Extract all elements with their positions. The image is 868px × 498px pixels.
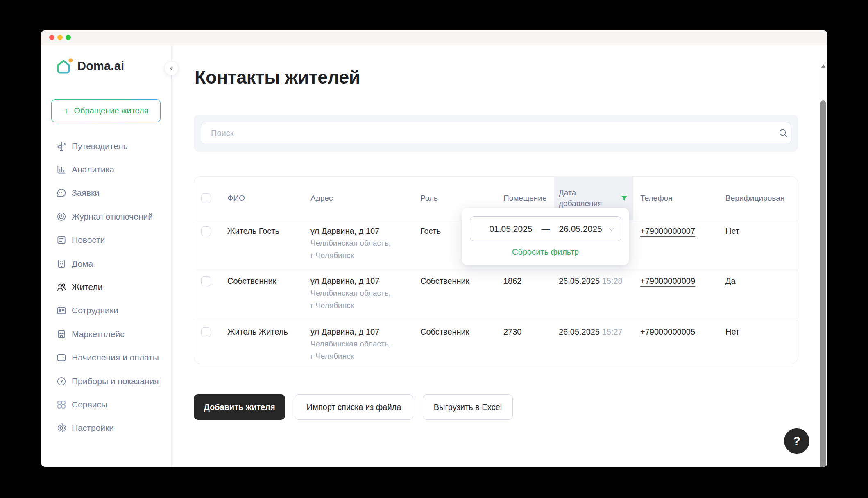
sidebar-item-services[interactable]: Сервисы bbox=[41, 393, 171, 416]
row-checkbox[interactable] bbox=[201, 276, 211, 286]
cell-verified: Нет bbox=[725, 321, 798, 364]
search-section bbox=[194, 115, 798, 152]
date-range-input[interactable]: 01.05.2025 — 26.05.2025 bbox=[470, 216, 621, 241]
scrollbar-thumb[interactable] bbox=[820, 100, 826, 467]
row-checkbox[interactable] bbox=[201, 327, 211, 337]
select-all-checkbox[interactable] bbox=[201, 193, 211, 203]
row-checkbox[interactable] bbox=[201, 226, 211, 236]
scroll-down-arrow[interactable] bbox=[821, 460, 826, 463]
cell-phone: +79000000005 bbox=[633, 321, 725, 364]
export-excel-button[interactable]: Выгрузить в Excel bbox=[423, 394, 513, 420]
sidebar-item-analytics[interactable]: Аналитика bbox=[41, 158, 171, 181]
resident-request-label: Обращение жителя bbox=[74, 106, 149, 115]
cell-room: 2730 bbox=[503, 321, 554, 364]
gear-icon bbox=[56, 423, 67, 433]
minimize-window-button[interactable] bbox=[57, 35, 63, 40]
sidebar-collapse-button[interactable]: ‹ bbox=[164, 61, 179, 75]
date-from: 01.05.2025 bbox=[489, 224, 532, 234]
sidebar-item-charges[interactable]: Начисления и оплаты bbox=[41, 346, 171, 369]
sidebar-item-houses[interactable]: Дома bbox=[41, 252, 171, 275]
newspaper-icon bbox=[56, 235, 67, 245]
cell-role: Собственник bbox=[420, 270, 503, 321]
signpost-icon bbox=[56, 141, 67, 152]
cell-address: ул Дарвина, д 107 Челябинская область,г … bbox=[310, 321, 420, 364]
search-icon[interactable] bbox=[778, 128, 788, 138]
resident-request-button[interactable]: + Обращение жителя bbox=[51, 99, 161, 122]
residents-table: ФИО Адрес Роль Помещение Дата добавления… bbox=[194, 176, 798, 364]
sidebar-item-employees[interactable]: Сотрудники bbox=[41, 299, 171, 322]
table-row: Житель Житель ул Дарвина, д 107 Челябинс… bbox=[194, 321, 798, 364]
sidebar-menu: Путеводитель Аналитика Заявки Журнал отк… bbox=[41, 134, 171, 440]
close-window-button[interactable] bbox=[49, 35, 54, 40]
chevron-down-icon[interactable] bbox=[607, 225, 615, 233]
add-resident-button[interactable]: Добавить жителя bbox=[194, 394, 285, 420]
import-list-button[interactable]: Импорт списка из файла bbox=[295, 394, 413, 420]
phone-link[interactable]: +79000000009 bbox=[640, 276, 695, 287]
people-icon bbox=[56, 282, 67, 292]
search-input[interactable] bbox=[201, 122, 791, 144]
zoom-window-button[interactable] bbox=[66, 35, 71, 40]
cell-phone: +79000000007 bbox=[633, 220, 725, 270]
cell-date: 26.05.2025 15:28 bbox=[554, 270, 633, 321]
sidebar-item-guide[interactable]: Путеводитель bbox=[41, 134, 171, 158]
sidebar-item-news[interactable]: Новости bbox=[41, 229, 171, 252]
phone-link[interactable]: +79000000007 bbox=[640, 226, 695, 237]
reset-filter-link[interactable]: Сбросить фильтр bbox=[462, 247, 629, 257]
cell-fio: Житель Житель bbox=[227, 321, 310, 364]
app-body: Doma.ai ‹ + Обращение жителя Путеводител… bbox=[41, 45, 827, 467]
cell-role: Собственник bbox=[420, 321, 503, 364]
titlebar bbox=[41, 30, 827, 45]
cell-fio: Собственник bbox=[227, 270, 310, 321]
cell-date: 26.05.2025 15:27 bbox=[554, 321, 633, 364]
gauge-icon bbox=[56, 376, 67, 387]
sidebar: Doma.ai ‹ + Обращение жителя Путеводител… bbox=[41, 45, 172, 467]
date-filter-popup: 01.05.2025 — 26.05.2025 Сбросить фильтр bbox=[462, 208, 629, 265]
scrollbar bbox=[819, 61, 827, 467]
power-icon bbox=[56, 211, 67, 222]
header-address: Адрес bbox=[310, 177, 420, 220]
bar-chart-icon bbox=[56, 164, 67, 175]
id-badge-icon bbox=[56, 305, 67, 316]
sidebar-item-meters[interactable]: Приборы и показания bbox=[41, 369, 171, 393]
filter-funnel-icon[interactable] bbox=[621, 195, 628, 202]
header-phone: Телефон bbox=[633, 177, 725, 220]
sidebar-item-settings[interactable]: Настройки bbox=[41, 417, 171, 440]
sidebar-item-outage-log[interactable]: Журнал отключений bbox=[41, 205, 171, 228]
scroll-up-arrow[interactable] bbox=[821, 64, 826, 68]
logo-text: Doma.ai bbox=[77, 59, 124, 73]
date-to: 26.05.2025 bbox=[559, 224, 602, 234]
app-window: Doma.ai ‹ + Обращение жителя Путеводител… bbox=[41, 30, 827, 467]
phone-link[interactable]: +79000000005 bbox=[640, 327, 695, 337]
plus-icon: + bbox=[63, 106, 69, 116]
cell-address: ул Дарвина, д 107 Челябинская область,г … bbox=[310, 270, 420, 321]
logo: Doma.ai bbox=[55, 57, 124, 75]
cell-room: 1862 bbox=[503, 270, 554, 321]
building-icon bbox=[56, 258, 67, 269]
cell-verified: Нет bbox=[725, 220, 798, 270]
header-fio: ФИО bbox=[227, 177, 310, 220]
header-verified: Верифицирован bbox=[725, 177, 798, 220]
cell-address: ул Дарвина, д 107 Челябинская область,г … bbox=[310, 220, 420, 270]
sidebar-item-requests[interactable]: Заявки bbox=[41, 181, 171, 205]
doma-house-icon bbox=[55, 57, 74, 75]
grid-icon bbox=[56, 399, 67, 410]
storefront-icon bbox=[56, 329, 67, 340]
cell-phone: +79000000009 bbox=[633, 270, 725, 321]
table-row: Собственник ул Дарвина, д 107 Челябинска… bbox=[194, 270, 798, 321]
page-title: Контакты жителей bbox=[195, 67, 360, 88]
main-content: Контакты жителей ФИО Адрес Роль Помещени… bbox=[172, 45, 827, 467]
help-button[interactable]: ? bbox=[784, 428, 809, 454]
cell-fio: Житель Гость bbox=[227, 220, 310, 270]
chat-icon bbox=[56, 188, 67, 198]
sidebar-item-residents[interactable]: Жители bbox=[41, 275, 171, 299]
sidebar-item-marketplace[interactable]: Маркетплейс bbox=[41, 322, 171, 346]
date-range-dash: — bbox=[542, 224, 550, 234]
cell-verified: Да bbox=[725, 270, 798, 321]
wallet-icon bbox=[56, 352, 67, 363]
